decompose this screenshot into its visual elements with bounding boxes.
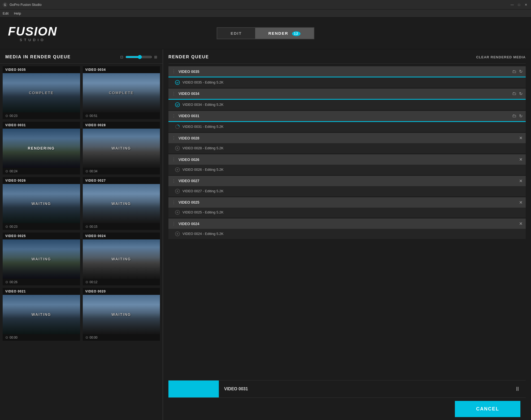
size-slider[interactable] bbox=[125, 55, 152, 59]
media-card-video-0028[interactable]: VIDEO 0028 WAITING ⊙ 00:34 bbox=[83, 122, 160, 174]
card-status-video-0020: WAITING bbox=[111, 312, 131, 317]
queue-group-6: ⋮ VIDEO 0025 ✕ VIDEO 0025 - Editing 5.2K bbox=[168, 197, 526, 218]
queue-close-4[interactable]: ✕ bbox=[519, 157, 523, 162]
queue-subitem-7: VIDEO 0024 - Editing 5.2K bbox=[168, 229, 526, 239]
left-panel-header: MEDIA IN RENDER QUEUE ⊡ ⊞ bbox=[0, 49, 163, 64]
queue-subitem-5: VIDEO 0027 - Editing 5.2K bbox=[168, 186, 526, 196]
nav-tabs: EDIT RENDER 12 bbox=[217, 27, 314, 39]
close-button[interactable]: ✕ bbox=[524, 2, 528, 7]
queue-header-1[interactable]: ⋮ VIDEO 0034 🗀↻ bbox=[168, 89, 526, 100]
main-content: MEDIA IN RENDER QUEUE ⊡ ⊞ VIDEO 0035 COM… bbox=[0, 49, 531, 420]
drag-handle-3: ⋮ bbox=[172, 135, 176, 141]
card-duration-video-0020: 00:00 bbox=[90, 336, 98, 339]
queue-header-0[interactable]: ⋮ VIDEO 0035 🗀↻ bbox=[168, 66, 526, 77]
card-thumb-video-0025: WAITING bbox=[3, 239, 80, 279]
queue-group-0: ⋮ VIDEO 0035 🗀↻ VIDEO 0035 - Editing 5.2… bbox=[168, 66, 526, 88]
queue-label-3: VIDEO 0028 bbox=[179, 136, 516, 140]
queue-header-2[interactable]: ⋮ VIDEO 0031 🗀↻ bbox=[168, 111, 526, 122]
queue-label-1: VIDEO 0034 bbox=[179, 91, 510, 96]
queue-folder-0[interactable]: 🗀 bbox=[512, 69, 516, 74]
queue-close-5[interactable]: ✕ bbox=[519, 178, 523, 183]
queue-sub-icon-2 bbox=[175, 124, 180, 129]
card-thumb-video-0027: WAITING bbox=[83, 184, 160, 223]
queue-refresh-1[interactable]: ↻ bbox=[519, 91, 523, 96]
media-card-video-0024[interactable]: VIDEO 0024 WAITING ⊙ 00:12 bbox=[83, 233, 160, 285]
wait-icon bbox=[175, 146, 180, 151]
card-status-video-0021: WAITING bbox=[32, 312, 51, 317]
svg-text:G: G bbox=[4, 3, 6, 6]
render-queue-title: RENDER QUEUE bbox=[168, 55, 209, 59]
queue-label-2: VIDEO 0031 bbox=[179, 114, 510, 118]
queue-close-3[interactable]: ✕ bbox=[519, 135, 523, 141]
media-card-video-0021[interactable]: VIDEO 0021 WAITING ⊙ 00:00 bbox=[3, 288, 80, 341]
media-card-video-0027[interactable]: VIDEO 0027 WAITING ⊙ 00:15 bbox=[83, 177, 160, 230]
card-title-video-0024: VIDEO 0024 bbox=[83, 233, 160, 239]
card-duration-video-0031: 00:24 bbox=[10, 169, 18, 173]
maximize-button[interactable]: □ bbox=[517, 2, 521, 7]
drag-handle-1: ⋮ bbox=[172, 91, 176, 96]
minimize-button[interactable]: — bbox=[510, 2, 515, 7]
media-card-video-0026[interactable]: VIDEO 0026 WAITING ⊙ 00:23 bbox=[3, 177, 80, 230]
card-status-video-0026: WAITING bbox=[32, 202, 51, 206]
card-footer-video-0031: ⊙ 00:24 bbox=[3, 168, 80, 174]
card-title-video-0021: VIDEO 0021 bbox=[3, 288, 80, 295]
card-thumb-video-0028: WAITING bbox=[83, 129, 160, 168]
queue-subitem-6: VIDEO 0025 - Editing 5.2K bbox=[168, 208, 526, 218]
large-icon: ⊞ bbox=[154, 55, 157, 59]
cam-icon-video-0021: ⊙ bbox=[5, 335, 8, 339]
media-card-video-0035[interactable]: VIDEO 0035 COMPLETE ⊙ 00:23 bbox=[3, 66, 80, 119]
queue-sub-label-0: VIDEO 0035 - Editing 5.2K bbox=[182, 80, 224, 84]
card-title-video-0025: VIDEO 0025 bbox=[3, 233, 80, 239]
queue-header-3[interactable]: ⋮ VIDEO 0028 ✕ bbox=[168, 133, 526, 143]
tab-render-label: RENDER bbox=[268, 31, 288, 36]
queue-refresh-2[interactable]: ↻ bbox=[519, 113, 523, 119]
queue-close-6[interactable]: ✕ bbox=[519, 200, 523, 205]
window-controls: — □ ✕ bbox=[510, 2, 528, 7]
cancel-button[interactable]: CANCEL bbox=[455, 401, 520, 417]
queue-folder-1[interactable]: 🗀 bbox=[512, 91, 516, 96]
media-card-video-0020[interactable]: VIDEO 0020 WAITING ⊙ 00:00 bbox=[83, 288, 160, 341]
queue-header-7[interactable]: ⋮ VIDEO 0024 ✕ bbox=[168, 218, 526, 229]
logo-area: FUSION STUDIO bbox=[8, 25, 57, 42]
tab-render[interactable]: RENDER 12 bbox=[255, 28, 314, 39]
queue-subitem-0: VIDEO 0035 - Editing 5.2K bbox=[168, 77, 526, 88]
menu-help[interactable]: Help bbox=[14, 11, 21, 15]
card-duration-video-0034: 00:51 bbox=[90, 114, 98, 118]
svg-point-14 bbox=[177, 233, 178, 234]
drag-handle-7: ⋮ bbox=[172, 221, 176, 226]
queue-group-7: ⋮ VIDEO 0024 ✕ VIDEO 0024 - Editing 5.2K bbox=[168, 218, 526, 239]
title-bar-text: GoPro Fusion Studio bbox=[10, 3, 510, 7]
drag-handle-0: ⋮ bbox=[172, 69, 176, 74]
clear-rendered-button[interactable]: CLEAR RENDERED MEDIA bbox=[476, 55, 526, 59]
card-title-video-0034: VIDEO 0034 bbox=[83, 66, 160, 73]
queue-close-7[interactable]: ✕ bbox=[519, 221, 523, 226]
queue-header-5[interactable]: ⋮ VIDEO 0027 ✕ bbox=[168, 176, 526, 186]
queue-folder-2[interactable]: 🗀 bbox=[512, 113, 516, 118]
media-card-video-0031[interactable]: VIDEO 0031 RENDERING ⊙ 00:24 bbox=[3, 122, 80, 174]
app-icon: G bbox=[3, 2, 7, 7]
card-footer-video-0028: ⊙ 00:34 bbox=[83, 168, 160, 174]
media-card-video-0034[interactable]: VIDEO 0034 COMPLETE ⊙ 00:51 bbox=[83, 66, 160, 119]
cam-icon-video-0031: ⊙ bbox=[5, 169, 8, 173]
tab-edit[interactable]: EDIT bbox=[217, 28, 255, 39]
card-title-video-0031: VIDEO 0031 bbox=[3, 122, 80, 129]
card-duration-video-0026: 00:23 bbox=[10, 225, 18, 229]
media-card-video-0025[interactable]: VIDEO 0025 WAITING ⊙ 00:26 bbox=[3, 233, 80, 285]
pause-button[interactable]: ⏸ bbox=[515, 386, 520, 392]
svg-point-6 bbox=[177, 147, 178, 149]
size-slider-area: ⊡ ⊞ bbox=[120, 55, 157, 59]
card-duration-video-0021: 00:00 bbox=[10, 336, 18, 339]
card-footer-video-0021: ⊙ 00:00 bbox=[3, 334, 80, 341]
queue-sub-icon-4 bbox=[175, 167, 180, 172]
queue-sub-label-7: VIDEO 0024 - Editing 5.2K bbox=[182, 232, 224, 236]
queue-header-4[interactable]: ⋮ VIDEO 0026 ✕ bbox=[168, 154, 526, 165]
cam-icon-video-0024: ⊙ bbox=[85, 280, 88, 284]
queue-refresh-0[interactable]: ↻ bbox=[519, 69, 523, 74]
progress-info: VIDEO 0031 ⏸ bbox=[219, 386, 526, 392]
queue-header-6[interactable]: ⋮ VIDEO 0025 ✕ bbox=[168, 197, 526, 208]
menu-edit[interactable]: Edit bbox=[3, 11, 8, 15]
queue-group-5: ⋮ VIDEO 0027 ✕ VIDEO 0027 - Editing 5.2K bbox=[168, 176, 526, 196]
card-duration-video-0025: 00:26 bbox=[10, 280, 18, 284]
progress-bar-fill bbox=[168, 380, 219, 398]
card-thumb-video-0034: COMPLETE bbox=[83, 73, 160, 112]
